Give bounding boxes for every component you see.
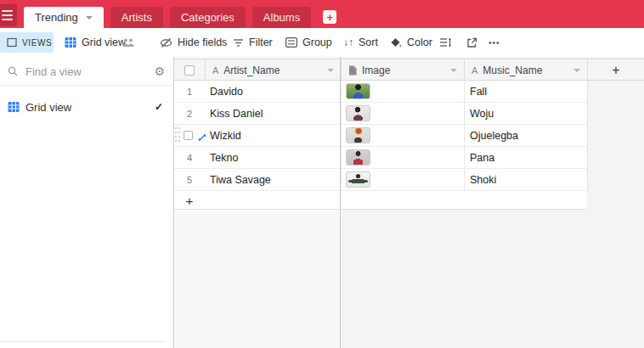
search-icon — [8, 66, 18, 76]
share-view-button[interactable] — [466, 28, 477, 57]
row-number: 2 — [174, 103, 205, 124]
row-height-button[interactable] — [439, 28, 452, 57]
view-name-label: Grid view — [82, 36, 126, 48]
select-all-cell — [174, 59, 205, 81]
tab-artists[interactable]: Artists — [110, 7, 163, 28]
tab-label: Trending — [35, 11, 78, 24]
attachment-thumbnail[interactable] — [346, 83, 370, 99]
check-icon: ✓ — [155, 101, 163, 113]
ellipsis-icon: ••• — [489, 38, 500, 48]
tab-trending[interactable]: Trending — [24, 7, 104, 28]
cell-image[interactable] — [341, 125, 464, 146]
column-name: Music_Name — [483, 65, 542, 76]
frozen-column-divider[interactable] — [340, 57, 341, 348]
add-table-button[interactable]: + — [323, 10, 336, 24]
column-header-artist-name[interactable]: A Artist_Name — [205, 59, 341, 81]
tab-albums[interactable]: Albums — [252, 7, 311, 28]
cell-image[interactable] — [341, 147, 464, 168]
row-height-icon — [439, 37, 452, 48]
cell-music-name[interactable]: Ojuelegba — [464, 125, 587, 146]
column-name: Artist_Name — [223, 65, 280, 76]
group-label: Group — [302, 36, 332, 48]
column-header-music-name[interactable]: A Music_Name — [464, 59, 587, 81]
cell-music-name[interactable]: Fall — [464, 81, 587, 102]
tab-categories[interactable]: Categories — [170, 7, 246, 28]
table-row[interactable]: 2 Kiss Daniel Woju — [174, 103, 587, 125]
attachment-thumbnail[interactable] — [346, 171, 370, 188]
views-toggle-button[interactable]: VIEWS — [0, 32, 54, 53]
cell-image[interactable] — [341, 103, 464, 124]
more-options-button[interactable]: ••• — [489, 28, 500, 57]
views-sidebar: ⚙ Grid view ✓ — [0, 57, 174, 348]
table-row-hovered[interactable]: Wizkid Ojuelegba — [174, 125, 587, 147]
hamburger-menu-icon[interactable] — [0, 4, 17, 26]
sort-label: Sort — [359, 36, 378, 48]
share-icon — [466, 37, 477, 48]
view-item-label: Grid view — [25, 101, 71, 114]
chevron-down-icon[interactable] — [327, 69, 334, 72]
color-label: Color — [407, 36, 432, 48]
row-number: 5 — [174, 169, 205, 190]
chevron-down-icon[interactable] — [86, 16, 93, 20]
sort-button[interactable]: ↓↑ Sort — [343, 28, 378, 57]
view-toolbar: VIEWS Grid view — [0, 28, 644, 57]
collaborators-button[interactable] — [121, 28, 135, 57]
cell-music-name[interactable]: Woju — [464, 103, 587, 124]
filter-icon — [233, 38, 244, 48]
people-icon — [121, 37, 135, 48]
text-field-icon: A — [212, 65, 218, 76]
cell-artist-name[interactable]: Tekno — [205, 147, 341, 168]
grid-header-row: A Artist_Name Image A Music_Name + — [174, 59, 644, 81]
find-view-input[interactable] — [24, 63, 143, 80]
sidebar-toggle-icon — [7, 37, 17, 48]
drag-handle[interactable] — [175, 127, 181, 144]
hide-fields-icon — [160, 37, 172, 48]
grid-view-icon — [8, 101, 20, 113]
table-row[interactable]: 1 Davido Fall — [174, 81, 587, 103]
chevron-down-icon[interactable] — [450, 69, 457, 72]
add-row-button[interactable]: + — [174, 191, 587, 210]
top-bar: Trending Artists Categories Albums + — [0, 0, 644, 28]
table-row[interactable]: 4 Tekno Pana — [174, 147, 587, 169]
app-window: Trending Artists Categories Albums + VIE… — [0, 0, 644, 348]
attachment-thumbnail[interactable] — [346, 149, 370, 166]
attachment-thumbnail[interactable] — [346, 127, 370, 143]
column-header-image[interactable]: Image — [341, 59, 464, 81]
row-number: 4 — [174, 147, 205, 168]
row-number: 1 — [174, 81, 205, 102]
cell-artist-name[interactable]: Tiwa Savage — [205, 169, 341, 190]
cell-image[interactable] — [341, 81, 464, 102]
cell-artist-name[interactable]: Davido — [205, 81, 341, 102]
attachment-field-icon — [348, 65, 357, 76]
row-checkbox[interactable] — [184, 131, 193, 140]
views-label: VIEWS — [22, 38, 52, 48]
attachment-thumbnail[interactable] — [346, 105, 370, 121]
color-button[interactable]: Color — [390, 28, 432, 57]
chevron-down-icon[interactable] — [573, 69, 580, 72]
filter-button[interactable]: Filter — [233, 28, 273, 57]
cell-artist-name[interactable]: Wizkid — [205, 125, 341, 146]
plus-icon: + — [326, 11, 333, 24]
plus-icon: + — [174, 191, 205, 210]
view-name-button[interactable]: Grid view — [65, 28, 126, 57]
cell-music-name[interactable]: Pana — [464, 147, 587, 168]
hide-fields-button[interactable]: Hide fields — [160, 28, 227, 57]
grid-view-icon — [65, 36, 76, 48]
table-row[interactable]: 5 Tiwa Savage Shoki — [174, 169, 587, 191]
group-button[interactable]: Group — [285, 28, 332, 57]
sidebar-divider — [0, 341, 164, 342]
tab-label: Artists — [121, 11, 152, 24]
hide-fields-label: Hide fields — [178, 36, 227, 48]
cell-music-name[interactable]: Shoki — [464, 169, 587, 190]
cell-image[interactable] — [341, 169, 464, 190]
paint-bucket-icon — [390, 37, 402, 48]
find-view-row: ⚙ — [0, 57, 173, 86]
select-all-checkbox[interactable] — [184, 65, 195, 76]
gear-icon[interactable]: ⚙ — [154, 64, 165, 79]
cell-artist-name[interactable]: Kiss Daniel — [205, 103, 341, 124]
filter-label: Filter — [249, 36, 273, 48]
tab-label: Categories — [181, 11, 234, 24]
add-column-button[interactable]: + — [587, 59, 644, 81]
plus-icon: + — [612, 63, 619, 78]
sidebar-item-grid-view[interactable]: Grid view ✓ — [0, 95, 173, 119]
